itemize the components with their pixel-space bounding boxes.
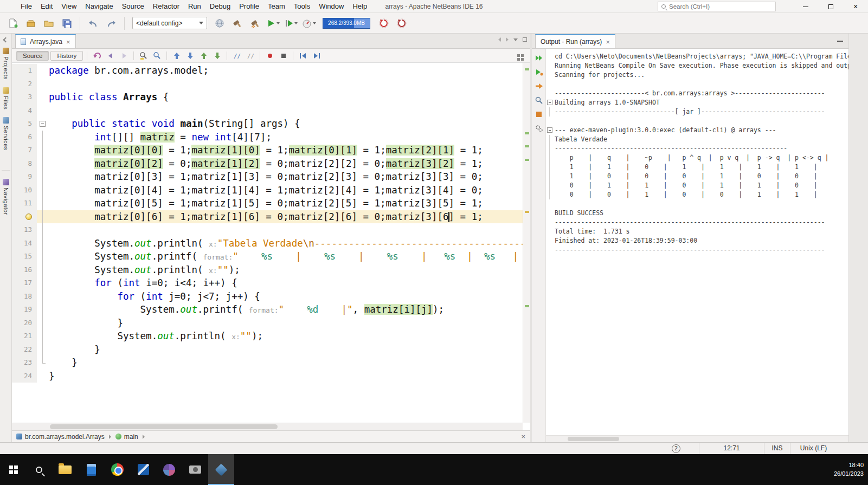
menu-profile[interactable]: Profile	[235, 0, 263, 12]
editor-grid-icon[interactable]	[515, 51, 526, 63]
line-number[interactable]: 8	[12, 157, 37, 171]
sidebar-tab-services[interactable]: Services	[3, 113, 9, 154]
save-all-button[interactable]	[59, 16, 74, 31]
menu-view[interactable]: View	[57, 0, 81, 12]
tab-list-icon[interactable]	[513, 38, 518, 41]
code-line[interactable]: 6 int[][] matriz = new int[4][7];	[12, 131, 523, 144]
output-line[interactable]: p | q | ~p | p ^ q | p v q | p -> q | p …	[546, 153, 848, 163]
incremental-search-button[interactable]	[151, 50, 163, 61]
undo-button[interactable]	[86, 16, 101, 31]
line-number[interactable]: 23	[12, 356, 37, 370]
minimize-output-icon[interactable]	[837, 41, 843, 42]
run-project-button[interactable]	[266, 16, 281, 31]
maximize-editor-icon[interactable]	[523, 37, 527, 42]
hint-bulb-icon[interactable]	[25, 214, 32, 220]
code-line[interactable]: 15 System.out.printf( format:" %s | %s |…	[12, 250, 523, 263]
line-number[interactable]: 14	[12, 237, 37, 250]
memory-gc-button[interactable]: 268.2/393.0MB	[323, 18, 370, 29]
prev-occurrence-button[interactable]	[198, 50, 209, 61]
profile-project-button[interactable]	[301, 16, 317, 31]
taskbar-search-button[interactable]	[26, 454, 52, 485]
code-line[interactable]: 16 System.out.println( x:"");	[12, 263, 523, 277]
code-line[interactable]: 7 matriz[0][0] = 1;matriz[1][0] = 1;matr…	[12, 144, 523, 157]
clean-build-button[interactable]	[248, 16, 263, 31]
calculator-button[interactable]	[78, 454, 104, 485]
line-number[interactable]: 13	[12, 223, 37, 237]
code-line[interactable]: 18 for (int j=0; j<7; j++) {	[12, 290, 523, 303]
menu-help[interactable]: Help	[348, 0, 371, 12]
line-number[interactable]: 10	[12, 184, 37, 197]
camera-button[interactable]	[182, 454, 208, 485]
code-line[interactable]: 3public class Arrays {	[12, 90, 523, 104]
code-area[interactable]: 1package br.com.arrays.model;23public cl…	[12, 64, 523, 423]
output-line[interactable]: 1 | 1 | 0 | 1 | 1 | 1 | 1 |	[546, 163, 848, 172]
line-number[interactable]: 7	[12, 144, 37, 157]
insert-mode[interactable]: INS	[764, 443, 790, 454]
shift-right-button[interactable]	[311, 50, 322, 61]
record-macro-button[interactable]	[264, 50, 275, 61]
netbeans-button[interactable]	[208, 454, 234, 485]
scroll-tabs-right-icon[interactable]	[506, 37, 509, 42]
line-number[interactable]: 1	[12, 64, 37, 77]
line-number[interactable]: 21	[12, 329, 37, 343]
breadcrumb-item[interactable]: main	[115, 433, 149, 441]
line-number[interactable]: 17	[12, 276, 37, 290]
output-line[interactable]: 0 | 0 | 1 | 0 | 0 | 1 | 1 |	[546, 190, 848, 199]
line-number[interactable]: 3	[12, 90, 37, 104]
chrome-button[interactable]	[104, 454, 130, 485]
output-line[interactable]	[546, 117, 848, 126]
error-stripe-mark[interactable]	[525, 159, 529, 161]
new-project-button[interactable]	[23, 16, 38, 31]
menu-window[interactable]: Window	[314, 0, 348, 12]
file-explorer-button[interactable]	[52, 454, 78, 485]
tab-arrays-java[interactable]: Arrays.java ×	[15, 34, 76, 48]
output-line[interactable]: ----------------------------------------…	[546, 144, 848, 153]
notifications-badge[interactable]: 2	[672, 444, 680, 453]
code-line[interactable]: 13	[12, 223, 523, 237]
output-line[interactable]: --------------------------------[ jar ]-…	[546, 107, 848, 117]
stop-button[interactable]	[534, 109, 544, 119]
restore-group-icon[interactable]	[3, 37, 9, 43]
scrollbar-thumb[interactable]	[50, 424, 278, 429]
start-button[interactable]	[0, 454, 26, 485]
output-line[interactable]: ------------------------< br.com.arrays:…	[546, 89, 848, 98]
code-line[interactable]: 19 System.out.printf( format:" %d |", ma…	[12, 303, 523, 316]
output-line[interactable]	[546, 80, 848, 89]
error-stripe-mark[interactable]	[525, 211, 529, 213]
sidebar-tab-navigator[interactable]: Navigator	[3, 175, 9, 219]
line-number[interactable]: 18	[12, 290, 37, 303]
menu-team[interactable]: Team	[263, 0, 290, 12]
taskbar-clock[interactable]: 18:40 26/01/2023	[834, 461, 864, 478]
output-line[interactable]: Scanning for projects...	[546, 70, 848, 80]
output-line[interactable]: Building arrays 1.0-SNAPSHOT	[546, 98, 848, 107]
menu-navigate[interactable]: Navigate	[81, 0, 117, 12]
line-number[interactable]: 6	[12, 131, 37, 144]
photos-button[interactable]	[156, 454, 182, 485]
breadcrumb-item[interactable]: br.com.arrays.model.Arrays	[16, 433, 115, 441]
code-line[interactable]: 22 }	[12, 343, 523, 357]
code-line[interactable]: 17 for (int i=0; i<4; i++) {	[12, 276, 523, 290]
view-source[interactable]: Source	[16, 51, 49, 61]
open-project-button[interactable]	[41, 16, 56, 31]
menu-refactor[interactable]: Refactor	[149, 0, 184, 12]
maximize-button[interactable]	[818, 0, 843, 13]
code-line[interactable]: 24}	[12, 370, 523, 383]
line-ending[interactable]: Unix (LF)	[790, 443, 837, 454]
redo-button[interactable]	[104, 16, 119, 31]
line-number[interactable]: 20	[12, 316, 37, 330]
code-line[interactable]: matriz[0][6] = 1;matriz[1][6] = 0;matriz…	[12, 210, 523, 224]
code-line[interactable]: 20 }	[12, 316, 523, 330]
output-line[interactable]: Finished at: 2023-01-26T18:39:59-03:00	[546, 236, 848, 245]
menu-source[interactable]: Source	[118, 0, 149, 12]
prev-bookmark-button[interactable]	[171, 50, 182, 61]
output-line[interactable]: ----------------------------------------…	[546, 245, 848, 255]
last-edit-button[interactable]	[91, 50, 102, 61]
next-occurrence-button[interactable]	[211, 50, 223, 61]
line-number[interactable]: 15	[12, 250, 37, 263]
line-number[interactable]: 2	[12, 77, 37, 91]
view-history[interactable]: History	[50, 51, 83, 61]
search-input[interactable]	[669, 3, 772, 10]
fold-indicator[interactable]	[37, 117, 49, 131]
code-line[interactable]: 8 matriz[0][2] = 0;matriz[1][2] = 0;matr…	[12, 157, 523, 171]
code-line[interactable]: 21 System.out.println( x:"");	[12, 329, 523, 343]
